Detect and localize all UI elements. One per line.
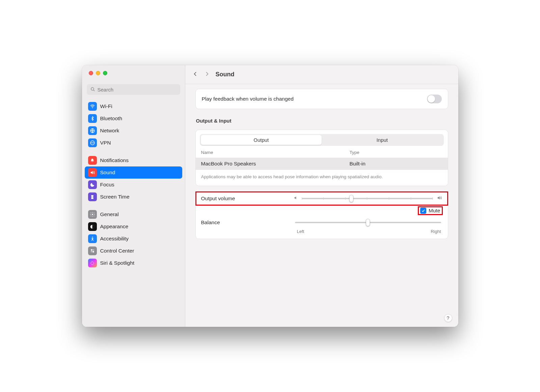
sidebar-item-label: Network <box>100 128 119 134</box>
play-feedback-card: Play feedback when volume is changed <box>195 89 448 109</box>
spatial-audio-hint: Applications may be able to access head … <box>196 170 448 186</box>
device-row[interactable]: MacBook Pro Speakers Built-in <box>196 158 448 170</box>
minimize-window-button[interactable] <box>96 71 100 75</box>
volume-high-icon <box>436 195 442 202</box>
sidebar-item-label: Focus <box>100 182 114 188</box>
search-icon <box>90 87 95 93</box>
sidebar-item-wifi[interactable]: Wi-Fi <box>85 100 182 112</box>
sidebar-item-screen-time[interactable]: Screen Time <box>85 191 182 203</box>
col-type: Type <box>350 150 442 155</box>
network-icon <box>88 126 97 135</box>
sidebar-item-label: Siri & Spotlight <box>100 260 135 266</box>
svg-point-10 <box>93 251 94 252</box>
balance-label: Balance <box>201 219 289 226</box>
siri-icon <box>88 259 97 267</box>
output-volume-label: Output volume <box>201 195 289 202</box>
balance-row: Balance <box>196 218 448 229</box>
page-title: Sound <box>216 71 235 78</box>
sidebar-item-label: Bluetooth <box>100 115 123 122</box>
vpn-icon <box>88 138 97 147</box>
focus-icon <box>88 180 97 189</box>
sidebar-item-label: Notifications <box>100 157 129 163</box>
control-center-icon <box>88 246 97 255</box>
back-button[interactable] <box>193 71 198 79</box>
close-window-button[interactable] <box>89 71 93 75</box>
settings-window: Wi-Fi Bluetooth Network <box>82 65 458 327</box>
sidebar-item-accessibility[interactable]: Accessibility <box>85 233 182 245</box>
sidebar-item-label: General <box>100 211 119 217</box>
sidebar-item-sound[interactable]: Sound <box>85 166 182 179</box>
sidebar-item-siri-spotlight[interactable]: Siri & Spotlight <box>85 257 182 269</box>
output-input-heading: Output & Input <box>196 118 448 124</box>
sidebar-item-bluetooth[interactable]: Bluetooth <box>85 112 182 125</box>
play-feedback-toggle[interactable] <box>427 95 442 103</box>
sidebar-item-label: Control Center <box>100 248 134 254</box>
screen-time-icon <box>88 192 97 201</box>
sidebar-item-label: Sound <box>100 169 115 176</box>
sidebar-item-label: Appearance <box>100 224 129 230</box>
sidebar-item-general[interactable]: General <box>85 208 182 220</box>
sidebar-item-notifications[interactable]: Notifications <box>85 154 182 166</box>
balance-right-label: Right <box>431 229 441 234</box>
help-button[interactable]: ? <box>444 314 452 322</box>
sidebar-item-vpn[interactable]: VPN <box>85 137 182 149</box>
balance-legend: Left Right <box>196 229 448 239</box>
titlebar: Sound <box>185 65 458 84</box>
output-input-tabs: Output Input <box>200 134 444 146</box>
wifi-icon <box>88 102 97 111</box>
main-panel: Sound Play feedback when volume is chang… <box>185 65 458 327</box>
sidebar-item-control-center[interactable]: Control Center <box>85 245 182 257</box>
sidebar-item-focus[interactable]: Focus <box>85 179 182 191</box>
svg-point-12 <box>91 262 94 265</box>
sidebar-item-label: Screen Time <box>100 194 130 200</box>
sound-icon <box>88 168 97 177</box>
svg-point-8 <box>91 250 92 251</box>
window-controls <box>82 65 185 81</box>
sidebar-item-appearance[interactable]: Appearance <box>85 220 182 233</box>
accessibility-icon <box>88 234 97 243</box>
sidebar-item-label: VPN <box>100 140 111 146</box>
appearance-icon <box>88 222 97 231</box>
svg-point-0 <box>91 87 93 90</box>
svg-line-1 <box>93 90 94 91</box>
notifications-icon <box>88 156 97 165</box>
tab-output[interactable]: Output <box>201 135 322 145</box>
balance-slider[interactable] <box>295 222 441 223</box>
output-volume-slider[interactable] <box>302 198 433 199</box>
forward-button[interactable] <box>204 71 210 79</box>
output-volume-row: Output volume <box>196 192 448 205</box>
mute-checkbox[interactable] <box>420 208 426 214</box>
search-input[interactable] <box>87 84 180 95</box>
output-input-card: Output Input Name Type MacBook Pro Speak… <box>195 130 448 186</box>
volume-card: Output volume <box>195 191 448 239</box>
svg-point-5 <box>92 214 93 215</box>
play-feedback-label: Play feedback when volume is changed <box>202 96 422 102</box>
zoom-window-button[interactable] <box>103 71 107 75</box>
balance-left-label: Left <box>297 229 304 234</box>
device-type: Built-in <box>350 161 442 167</box>
device-table-header: Name Type <box>196 146 448 158</box>
sidebar-item-label: Accessibility <box>100 236 129 242</box>
general-icon <box>88 210 97 219</box>
svg-point-2 <box>92 108 93 108</box>
sidebar: Wi-Fi Bluetooth Network <box>82 65 185 327</box>
mute-label: Mute <box>429 208 440 214</box>
sidebar-item-network[interactable]: Network <box>85 125 182 137</box>
device-name: MacBook Pro Speakers <box>201 161 350 167</box>
bluetooth-icon <box>88 114 97 123</box>
mute-checkbox-row: Mute <box>418 207 442 215</box>
volume-low-icon <box>294 195 298 202</box>
sidebar-item-label: Wi-Fi <box>100 103 112 109</box>
tab-input[interactable]: Input <box>322 135 443 145</box>
col-name: Name <box>201 150 350 155</box>
svg-point-7 <box>92 237 93 238</box>
